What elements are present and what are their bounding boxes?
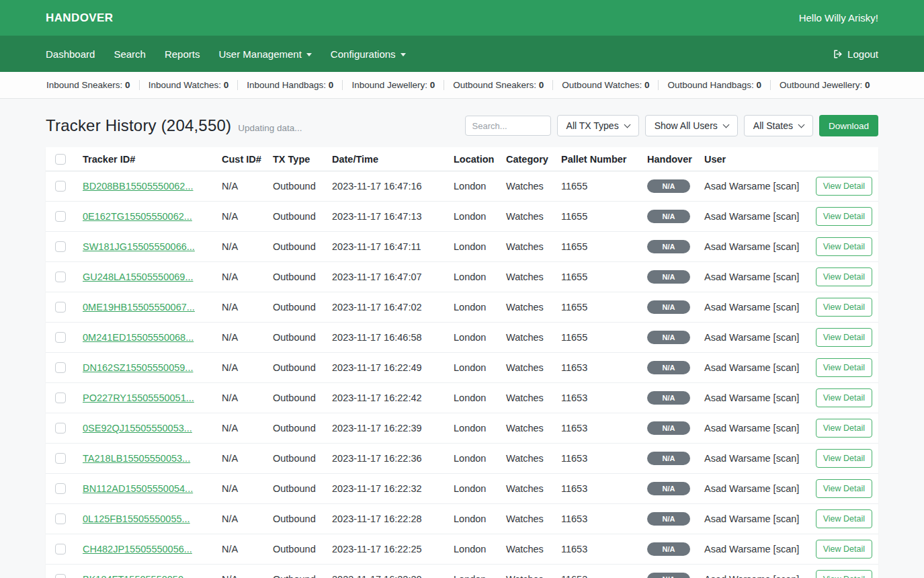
location-cell: London <box>454 353 506 383</box>
tracker-id-link[interactable]: 0M241ED15505550068... <box>83 332 194 343</box>
view-detail-button[interactable]: View Detail <box>816 388 872 407</box>
row-checkbox[interactable] <box>55 574 66 578</box>
nav-item-dashboard[interactable]: Dashboard <box>46 48 95 60</box>
location-cell: London <box>454 504 506 534</box>
tracker-id-link[interactable]: 0E162TG15505550062... <box>83 211 192 222</box>
datetime-cell: 2023-11-17 16:47:13 <box>332 202 454 232</box>
tracker-id-link[interactable]: TA218LB15505550053... <box>83 453 190 464</box>
chevron-down-icon <box>624 121 630 128</box>
pallet-number-cell: 11653 <box>561 534 647 565</box>
row-checkbox[interactable] <box>55 544 66 554</box>
row-checkbox[interactable] <box>55 453 66 464</box>
location-cell: London <box>454 474 506 504</box>
pallet-number-cell: 11655 <box>561 323 647 353</box>
user-cell: Asad Warsame [scan] <box>704 292 814 323</box>
cust-id-cell: N/A <box>222 474 273 504</box>
stat-label: Outbound Watches: <box>562 80 642 90</box>
nav-item-user-management[interactable]: User Management <box>218 48 311 60</box>
tracker-id-link[interactable]: 0L125FB15505550055... <box>83 513 190 524</box>
category-cell: Watches <box>506 171 561 202</box>
row-checkbox[interactable] <box>55 332 66 343</box>
user-filter-dropdown[interactable]: Show All Users <box>645 115 738 136</box>
table-row: 0L125FB15505550055... N/A Outbound 2023-… <box>46 504 878 534</box>
tracker-id-link[interactable]: BK184FT15505550050... <box>83 574 192 578</box>
view-detail-button[interactable]: View Detail <box>816 237 872 256</box>
nav-bar: Dashboard Search Reports User Management… <box>0 36 924 72</box>
view-detail-button[interactable]: View Detail <box>816 328 872 347</box>
logout-button[interactable]: Logout <box>833 48 878 60</box>
column-header-tracker-id: Tracker ID# <box>83 147 222 171</box>
datetime-cell: 2023-11-17 16:47:07 <box>332 262 454 292</box>
datetime-cell: 2023-11-17 16:22:28 <box>332 504 454 534</box>
view-detail-button[interactable]: View Detail <box>816 207 872 226</box>
view-detail-button[interactable]: View Detail <box>816 449 872 468</box>
column-header-actions <box>814 147 878 171</box>
stat-label: Inbound Watches: <box>149 80 221 90</box>
pallet-number-cell: 11653 <box>561 413 647 444</box>
row-checkbox[interactable] <box>55 272 66 282</box>
row-checkbox[interactable] <box>55 302 66 313</box>
stat-item: Outbound Watches: 0 <box>553 80 659 90</box>
cust-id-cell: N/A <box>222 292 273 323</box>
row-checkbox[interactable] <box>55 241 66 252</box>
row-checkbox[interactable] <box>55 393 66 403</box>
row-checkbox[interactable] <box>55 181 66 192</box>
search-input[interactable] <box>465 116 551 136</box>
tracker-id-link[interactable]: 0ME19HB15505550067... <box>83 302 195 313</box>
pallet-number-cell: 11653 <box>561 565 647 578</box>
view-detail-button[interactable]: View Detail <box>816 298 872 317</box>
location-cell: London <box>454 171 506 202</box>
tracker-id-link[interactable]: BN112AD15505550054... <box>83 483 193 494</box>
tracker-id-link[interactable]: DN162SZ15505550059... <box>83 362 193 373</box>
cust-id-cell: N/A <box>222 353 273 383</box>
datetime-cell: 2023-11-17 16:22:49 <box>332 353 454 383</box>
row-checkbox[interactable] <box>55 362 66 373</box>
row-checkbox[interactable] <box>55 211 66 222</box>
nav-item-search[interactable]: Search <box>114 48 146 60</box>
view-detail-button[interactable]: View Detail <box>816 540 872 559</box>
user-cell: Asad Warsame [scan] <box>704 534 814 565</box>
datetime-cell: 2023-11-17 16:22:36 <box>332 444 454 474</box>
row-checkbox[interactable] <box>55 423 66 434</box>
stat-item: Inbound Handbags: 0 <box>238 80 343 90</box>
view-detail-button[interactable]: View Detail <box>816 509 872 528</box>
cust-id-cell: N/A <box>222 383 273 413</box>
tracker-id-link[interactable]: GU248LA15505550069... <box>83 272 193 282</box>
stat-item: Outbound Sneakers: 0 <box>444 80 553 90</box>
table-row: PO227RY15505550051... N/A Outbound 2023-… <box>46 383 878 413</box>
download-button[interactable]: Download <box>819 115 878 136</box>
tx-type-cell: Outbound <box>273 323 332 353</box>
category-cell: Watches <box>506 444 561 474</box>
view-detail-button[interactable]: View Detail <box>816 570 872 578</box>
tx-type-cell: Outbound <box>273 383 332 413</box>
tracker-id-link[interactable]: PO227RY15505550051... <box>83 393 194 403</box>
nav-item-configurations[interactable]: Configurations <box>331 48 406 60</box>
view-detail-button[interactable]: View Detail <box>816 479 872 498</box>
handover-status-badge: N/A <box>647 331 690 344</box>
pallet-number-cell: 11655 <box>561 262 647 292</box>
tracker-id-link[interactable]: 0SE92QJ15505550053... <box>83 423 192 434</box>
stat-label: Outbound Sneakers: <box>453 80 536 90</box>
row-checkbox[interactable] <box>55 483 66 494</box>
view-detail-button[interactable]: View Detail <box>816 267 872 286</box>
category-cell: Watches <box>506 413 561 444</box>
tracker-id-link[interactable]: BD208BB15505550062... <box>83 181 193 192</box>
stat-value: 0 <box>865 80 870 90</box>
tx-type-filter-dropdown[interactable]: All TX Types <box>557 115 639 136</box>
location-cell: London <box>454 534 506 565</box>
view-detail-button[interactable]: View Detail <box>816 358 872 377</box>
tracker-id-link[interactable]: SW181JG15505550066... <box>83 241 195 252</box>
logout-icon <box>833 49 843 59</box>
stat-value: 0 <box>125 80 130 90</box>
view-detail-button[interactable]: View Detail <box>816 419 872 438</box>
select-all-checkbox[interactable] <box>55 154 66 165</box>
row-checkbox[interactable] <box>55 513 66 524</box>
handover-status-badge: N/A <box>647 179 690 193</box>
nav-item-reports[interactable]: Reports <box>165 48 200 60</box>
view-detail-button[interactable]: View Detail <box>816 177 872 196</box>
tracker-id-link[interactable]: CH482JP15505550056... <box>83 544 192 554</box>
state-filter-dropdown[interactable]: All States <box>744 115 813 136</box>
logout-label: Logout <box>847 48 878 60</box>
category-cell: Watches <box>506 565 561 578</box>
user-cell: Asad Warsame [scan] <box>704 474 814 504</box>
